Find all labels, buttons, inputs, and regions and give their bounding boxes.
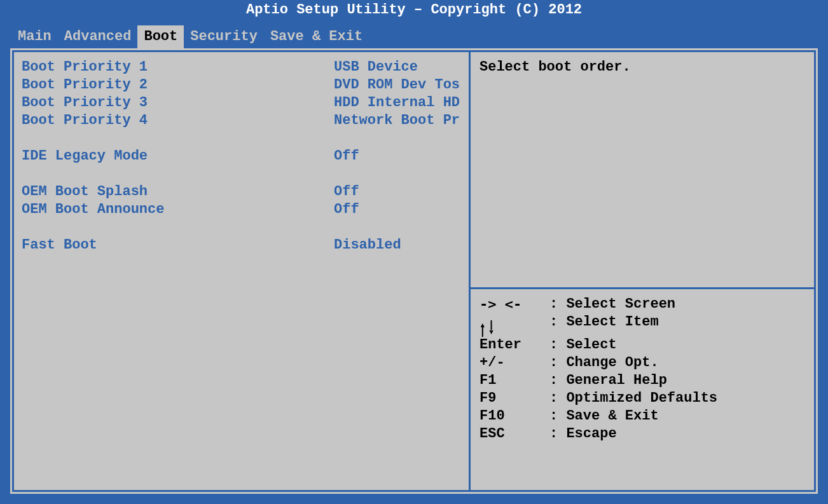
outer-frame: Boot Priority 1USB DeviceBoot Priority 2… xyxy=(10,48,818,494)
settings-pane: Boot Priority 1USB DeviceBoot Priority 2… xyxy=(14,52,471,490)
key-hint-row: ESC: Escape xyxy=(480,425,805,443)
menu-tab-label: Advanced xyxy=(64,29,132,44)
blank-row xyxy=(22,165,461,183)
key-hint-row: +/-: Change Opt. xyxy=(480,354,805,372)
key-hint-key: F10 xyxy=(480,407,549,425)
setting-label: OEM Boot Splash xyxy=(22,183,334,201)
setting-label: Boot Priority 1 xyxy=(22,58,334,76)
setting-label: Boot Priority 3 xyxy=(22,94,334,112)
key-hint-row: F1: General Help xyxy=(480,372,805,390)
key-hint-desc: : Change Opt. xyxy=(549,354,805,372)
setting-row-boot-priority-1[interactable]: Boot Priority 1USB Device xyxy=(22,58,461,76)
key-hint-desc: : Escape xyxy=(549,425,805,443)
app-title: Aptio Setup Utility – Copyright (C) 2012 xyxy=(246,2,582,18)
setting-row-fast-boot[interactable]: Fast BootDisabled xyxy=(22,236,461,254)
key-hint-row: Enter: Select xyxy=(480,336,805,354)
menu-tab-label: Security xyxy=(190,29,258,44)
setting-value: USB Device xyxy=(334,58,461,76)
menu-tab-save-exit[interactable]: Save & Exit xyxy=(264,25,369,48)
arrows-up-down-icon: ▴||▾ xyxy=(480,322,494,336)
menu-tab-security[interactable]: Security xyxy=(184,25,264,48)
menu-tab-label: Boot xyxy=(144,29,177,44)
key-hint-desc: : Optimized Defaults xyxy=(549,390,805,407)
menu-tab-label: Main xyxy=(18,29,52,44)
setting-row-boot-priority-3[interactable]: Boot Priority 3HDD Internal HD xyxy=(22,94,461,112)
key-hint-desc: : Select Screen xyxy=(549,296,805,313)
setting-row-oem-boot-splash[interactable]: OEM Boot SplashOff xyxy=(22,183,461,201)
key-hint-row: F10: Save & Exit xyxy=(480,407,805,425)
menu-bar: MainAdvancedBootSecuritySave & Exit xyxy=(0,25,828,48)
menu-tab-boot[interactable]: Boot xyxy=(137,25,184,48)
blank-row xyxy=(22,130,461,147)
help-description-pane: Select boot order. xyxy=(471,52,814,287)
menu-tab-advanced[interactable]: Advanced xyxy=(58,25,138,48)
key-hint-row: F9: Optimized Defaults xyxy=(480,390,805,407)
key-hint-desc: : General Help xyxy=(549,372,805,390)
title-bar: Aptio Setup Utility – Copyright (C) 2012 xyxy=(0,0,828,25)
key-hint-key: F9 xyxy=(480,390,549,407)
key-hints-pane: -> <-: Select Screen▴||▾: Select ItemEnt… xyxy=(471,287,814,490)
setting-value: Off xyxy=(334,147,461,165)
setting-row-oem-boot-announce[interactable]: OEM Boot AnnounceOff xyxy=(22,201,461,219)
key-hint-key: Enter xyxy=(480,336,549,354)
setting-row-ide-legacy-mode[interactable]: IDE Legacy ModeOff xyxy=(22,147,461,165)
key-hint-desc: : Save & Exit xyxy=(549,407,805,425)
setting-label: IDE Legacy Mode xyxy=(22,147,334,165)
setting-label: OEM Boot Announce xyxy=(22,201,334,219)
menu-tab-main[interactable]: Main xyxy=(11,25,58,48)
setting-value: HDD Internal HD xyxy=(334,94,461,112)
setting-row-boot-priority-4[interactable]: Boot Priority 4Network Boot Pr xyxy=(22,112,461,130)
setting-row-boot-priority-2[interactable]: Boot Priority 2DVD ROM Dev Tos xyxy=(22,76,461,94)
inner-frame: Boot Priority 1USB DeviceBoot Priority 2… xyxy=(12,50,816,492)
help-description-text: Select boot order. xyxy=(480,59,631,75)
menu-tab-label: Save & Exit xyxy=(270,29,362,44)
setting-value: Network Boot Pr xyxy=(334,112,461,130)
key-hint-row: -> <-: Select Screen xyxy=(480,296,805,313)
key-hint-key: F1 xyxy=(480,372,549,390)
setting-label: Fast Boot xyxy=(22,236,334,254)
setting-value: DVD ROM Dev Tos xyxy=(334,76,461,94)
setting-label: Boot Priority 4 xyxy=(22,112,334,130)
key-hint-desc: : Select Item xyxy=(549,313,805,336)
setting-label: Boot Priority 2 xyxy=(22,76,334,94)
setting-value: Off xyxy=(334,183,461,201)
arrows-left-right-icon: -> <- xyxy=(480,296,549,313)
key-hint-key: ESC xyxy=(480,425,549,443)
setting-value: Disabled xyxy=(334,236,461,254)
setting-value: Off xyxy=(334,201,461,219)
bios-screen: Aptio Setup Utility – Copyright (C) 2012… xyxy=(0,0,828,504)
blank-row xyxy=(22,219,461,236)
key-hint-key: +/- xyxy=(480,354,549,372)
key-hint-key: ▴||▾ xyxy=(480,313,549,336)
key-hint-desc: : Select xyxy=(549,336,805,354)
key-hint-row: ▴||▾: Select Item xyxy=(480,313,805,336)
